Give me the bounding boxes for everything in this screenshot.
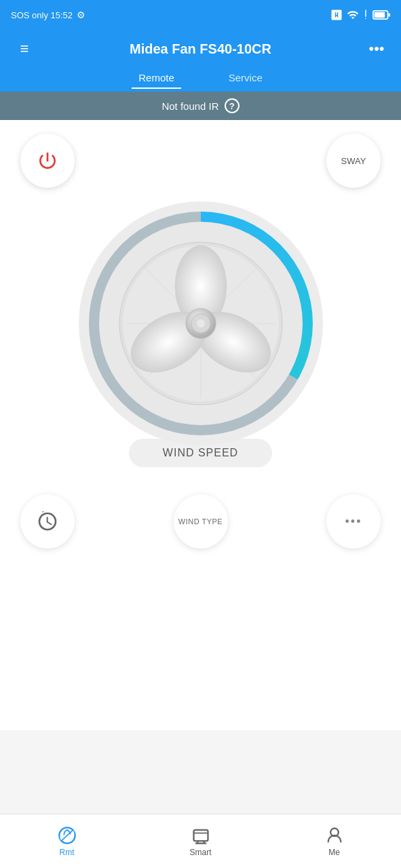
nav-smart-label: Smart [189,848,211,857]
me-icon [325,826,344,845]
main-content: SWAY [0,120,401,730]
ir-status-bar: Not found IR ? [0,92,401,120]
top-controls: SWAY [0,120,401,188]
menu-icon[interactable]: ≡ [11,40,38,58]
tab-service[interactable]: Service [222,68,269,89]
svg-point-16 [197,319,205,328]
nfc-icon [330,9,343,21]
nav-item-smart[interactable]: Smart [134,826,267,857]
nav-me-label: Me [328,848,340,857]
app-title: Midea Fan FS40-10CR [38,41,363,57]
nav-item-rmt[interactable]: Rmt [0,826,134,857]
fan-display: WIND SPEED [0,201,401,467]
svg-rect-4 [375,12,385,18]
nav-rmt-label: Rmt [60,848,75,857]
timer-button[interactable] [20,494,75,549]
nav-item-me[interactable]: Me [267,826,401,857]
status-sos-time: SOS only 15:52 [11,10,73,20]
more-options-icon[interactable]: ••• [363,40,390,58]
smart-icon [191,826,210,845]
wifi-icon [347,9,359,21]
more-button[interactable]: ••• [326,494,381,549]
gear-icon[interactable]: ⚙ [77,9,85,20]
fan-outer-circle [79,201,323,446]
power-button[interactable] [20,134,75,188]
status-bar: SOS only 15:52 ⚙ [0,0,401,30]
fan-inner-circle[interactable] [99,222,303,425]
svg-rect-17 [193,829,208,840]
fan-blades [113,235,289,412]
ir-help-button[interactable]: ? [225,98,240,113]
battery-icon [373,10,390,20]
bottom-nav: Rmt Smart Me [0,814,401,868]
svg-rect-1 [365,18,366,20]
fan-ring [89,212,313,435]
status-left: SOS only 15:52 ⚙ [11,9,85,20]
svg-rect-0 [365,10,366,18]
tab-bar: Remote Service [0,68,401,92]
svg-rect-3 [388,13,390,16]
status-right [330,9,390,21]
wind-type-button[interactable]: WIND TYPE [174,494,228,549]
rmt-icon [58,826,77,845]
tab-remote[interactable]: Remote [132,68,181,89]
alert-icon [363,9,368,21]
sway-button[interactable]: SWAY [326,134,381,188]
ir-status-text: Not found IR [161,100,218,112]
app-header: ≡ Midea Fan FS40-10CR ••• [0,30,401,68]
timer-icon [37,511,58,532]
power-icon [37,150,58,172]
bottom-controls: WIND TYPE ••• [0,474,401,549]
